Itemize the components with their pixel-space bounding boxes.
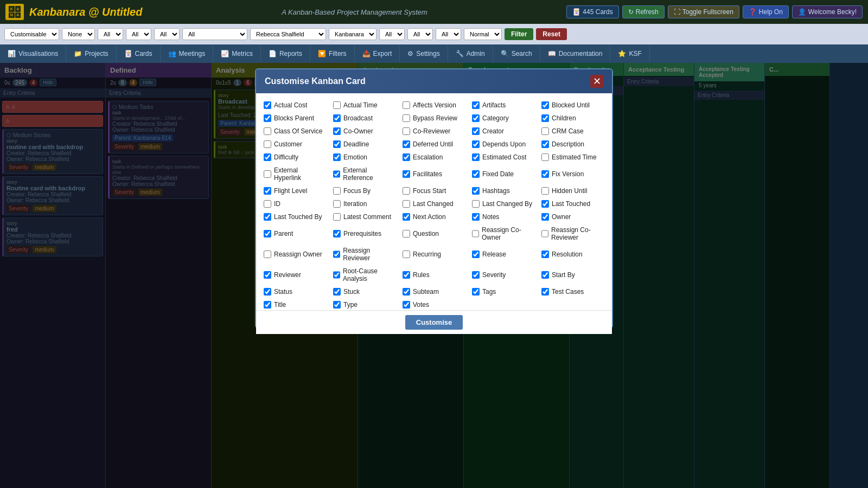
checkbox-tags[interactable] <box>472 288 480 296</box>
nav-cards[interactable]: 🃏Cards <box>117 46 161 62</box>
checkbox-crm-case[interactable] <box>541 127 549 135</box>
checkbox-type[interactable] <box>333 301 341 309</box>
checkbox-depends-upon[interactable] <box>472 140 480 148</box>
checkbox-item-deferred-until[interactable]: Deferred Until <box>401 139 467 150</box>
checkbox-deferred-until[interactable] <box>403 140 410 148</box>
checkbox-prerequisites[interactable] <box>333 230 341 237</box>
nav-meetings[interactable]: 👥Meetings <box>161 46 214 62</box>
checkbox-item-external-reference[interactable]: External Reference <box>332 165 397 183</box>
checkbox-id[interactable] <box>264 200 271 208</box>
checkbox-item-blocks-parent[interactable]: Blocks Parent <box>263 113 328 124</box>
checkbox-start-by[interactable] <box>541 271 549 279</box>
checkbox-item-hidden-until[interactable]: Hidden Until <box>540 185 605 196</box>
checkbox-item-external-hyperlink[interactable]: External Hyperlink <box>263 165 328 183</box>
checkbox-item-parent[interactable]: Parent <box>263 224 328 243</box>
fullscreen-button[interactable]: ⛶ Toggle Fullscreen <box>668 5 739 18</box>
checkbox-item-reassign-co-owner[interactable]: Reassign Co-Owner <box>471 224 536 243</box>
checkbox-item-resolution[interactable]: Resolution <box>540 245 605 264</box>
checkbox-item-actual-cost[interactable]: Actual Cost <box>263 100 328 111</box>
nav-admin[interactable]: 🔧Admin <box>448 46 493 62</box>
help-button[interactable]: ❓ Help On <box>743 5 789 18</box>
checkbox-item-flight-level[interactable]: Flight Level <box>263 185 328 196</box>
checkbox-item-votes[interactable]: Votes <box>401 299 467 310</box>
nav-search[interactable]: 🔍Search <box>493 46 540 62</box>
checkbox-hidden-until[interactable] <box>541 187 549 195</box>
filter-none[interactable]: None <box>62 28 95 40</box>
checkbox-last-changed[interactable] <box>403 200 410 208</box>
checkbox-item-prerequisites[interactable]: Prerequisites <box>332 224 397 243</box>
checkbox-creator[interactable] <box>472 127 480 135</box>
checkbox-item-difficulty[interactable]: Difficulty <box>263 152 328 163</box>
checkbox-subteam[interactable] <box>403 288 410 296</box>
checkbox-next-action[interactable] <box>403 213 410 221</box>
checkbox-artifacts[interactable] <box>472 101 480 109</box>
filter-project[interactable]: Kanbanara <box>329 28 376 40</box>
checkbox-release[interactable] <box>472 251 480 258</box>
checkbox-last-touched[interactable] <box>541 200 549 208</box>
checkbox-iteration[interactable] <box>333 200 341 208</box>
checkbox-children[interactable] <box>541 114 549 122</box>
checkbox-item-release[interactable]: Release <box>471 245 536 264</box>
checkbox-item-hashtags[interactable]: Hashtags <box>471 185 536 196</box>
modal-body[interactable]: Actual CostActual TimeAffects VersionArt… <box>256 93 612 310</box>
filter-all-7[interactable]: All <box>436 28 461 40</box>
checkbox-item-notes[interactable]: Notes <box>471 211 536 222</box>
checkbox-item-iteration[interactable]: Iteration <box>332 198 397 209</box>
checkbox-last-changed-by[interactable] <box>472 200 480 208</box>
nav-ksf[interactable]: ⭐KSF <box>610 46 649 62</box>
checkbox-flight-level[interactable] <box>264 187 271 195</box>
filter-all-3[interactable]: All <box>154 28 180 40</box>
filter-customisable[interactable]: Customisable <box>4 28 59 40</box>
checkbox-item-class-of-service[interactable]: Class Of Service <box>263 126 328 137</box>
checkbox-reviewer[interactable] <box>264 271 271 279</box>
checkbox-item-children[interactable]: Children <box>540 113 605 124</box>
checkbox-item-type[interactable]: Type <box>332 299 397 310</box>
checkbox-item-next-action[interactable]: Next Action <box>401 211 467 222</box>
nav-export[interactable]: 📤Export <box>355 46 400 62</box>
checkbox-difficulty[interactable] <box>264 153 271 161</box>
checkbox-item-blocked-until[interactable]: Blocked Until <box>540 100 605 111</box>
refresh-button[interactable]: ↻ Refresh <box>622 5 665 18</box>
checkbox-external-hyperlink[interactable] <box>264 170 271 178</box>
nav-filters[interactable]: 🔽Filters <box>310 46 355 62</box>
checkbox-estimated-time[interactable] <box>541 153 549 161</box>
checkbox-item-escalation[interactable]: Escalation <box>401 152 467 163</box>
checkbox-item-description[interactable]: Description <box>540 139 605 150</box>
checkbox-item-title[interactable]: Title <box>263 299 328 310</box>
checkbox-description[interactable] <box>541 140 549 148</box>
checkbox-resolution[interactable] <box>541 251 549 258</box>
checkbox-item-category[interactable]: Category <box>471 113 536 124</box>
filter-all-6[interactable]: All <box>407 28 433 40</box>
checkbox-focus-by[interactable] <box>333 187 341 195</box>
checkbox-actual-cost[interactable] <box>264 101 271 109</box>
checkbox-co-reviewer[interactable] <box>403 127 410 135</box>
checkbox-item-crm-case[interactable]: CRM Case <box>540 126 605 137</box>
checkbox-item-estimated-cost[interactable]: Estimated Cost <box>471 152 536 163</box>
checkbox-item-test-cases[interactable]: Test Cases <box>540 286 605 297</box>
checkbox-fixed-date[interactable] <box>472 170 480 178</box>
checkbox-status[interactable] <box>264 288 271 296</box>
checkbox-test-cases[interactable] <box>541 288 549 296</box>
checkbox-latest-comment[interactable] <box>333 213 341 221</box>
checkbox-item-reviewer[interactable]: Reviewer <box>263 266 328 284</box>
checkbox-item-stuck[interactable]: Stuck <box>332 286 397 297</box>
checkbox-item-focus-by[interactable]: Focus By <box>332 185 397 196</box>
checkbox-category[interactable] <box>472 114 480 122</box>
checkbox-item-reassign-reviewer[interactable]: Reassign Reviewer <box>332 245 397 264</box>
checkbox-item-root-cause-analysis[interactable]: Root-Cause Analysis <box>332 266 397 284</box>
checkbox-item-actual-time[interactable]: Actual Time <box>332 100 397 111</box>
checkbox-item-depends-upon[interactable]: Depends Upon <box>471 139 536 150</box>
checkbox-blocked-until[interactable] <box>541 101 549 109</box>
checkbox-item-recurring[interactable]: Recurring <box>401 245 467 264</box>
checkbox-external-reference[interactable] <box>333 170 340 178</box>
checkbox-rules[interactable] <box>403 271 410 279</box>
checkbox-item-fixed-date[interactable]: Fixed Date <box>471 165 536 183</box>
checkbox-item-focus-start[interactable]: Focus Start <box>401 185 467 196</box>
checkbox-hashtags[interactable] <box>472 187 480 195</box>
checkbox-item-fix-version[interactable]: Fix Version <box>540 165 605 183</box>
checkbox-item-id[interactable]: ID <box>263 198 328 209</box>
checkbox-recurring[interactable] <box>403 251 410 258</box>
checkbox-item-owner[interactable]: Owner <box>540 211 605 222</box>
checkbox-question[interactable] <box>403 230 410 237</box>
checkbox-facilitates[interactable] <box>403 170 410 178</box>
